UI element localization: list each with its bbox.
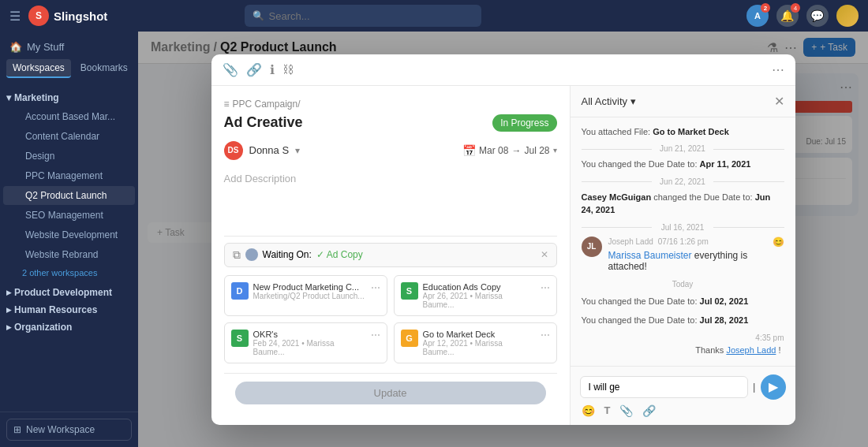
message-input-row: | ▶: [580, 374, 786, 400]
modal-footer: Update: [224, 373, 557, 412]
sidebar-item-ppc-management[interactable]: PPC Management: [3, 166, 135, 185]
search-input[interactable]: [269, 10, 473, 22]
search-bar[interactable]: 🔍: [245, 5, 481, 27]
activity-header: All Activity ▾ ✕: [571, 86, 795, 117]
comment-text-0: Marissa Baumeister everything is attache…: [608, 250, 784, 272]
send-button[interactable]: ▶: [761, 374, 786, 400]
more-icon[interactable]: ⋯: [772, 62, 784, 77]
file-item-0[interactable]: D New Product Marketing C... Marketing/Q…: [224, 275, 387, 316]
assignee-row: DS Donna S ▾ 📅 Mar 08 → Jul 28 ▾: [224, 141, 557, 160]
waiting-on-row: ⧉ Waiting On: ✓ Ad Copy ✕: [224, 243, 557, 267]
modal-overlay[interactable]: 📎 🔗 ℹ ⛓ ⋯ ≡ PPC Campaign/ Ad Creati: [138, 32, 868, 447]
sidebar-group-marketing[interactable]: ▾ Marketing: [0, 89, 138, 106]
notification-badge: 2: [761, 3, 770, 13]
sidebar-item-website-rebrand[interactable]: Website Rebrand: [3, 245, 135, 264]
notifications-icon[interactable]: A 2: [746, 5, 769, 27]
sidebar-group-product-development[interactable]: ▸ Product Development: [0, 284, 138, 301]
divider: [224, 236, 557, 237]
chevron-down-icon: ▾: [630, 95, 636, 107]
assignee-dropdown-icon[interactable]: ▾: [295, 145, 300, 156]
modal-right-panel: All Activity ▾ ✕ You attached File: Go t…: [571, 86, 795, 425]
sidebar-group-organization[interactable]: ▸ Organization: [0, 318, 138, 336]
file-more-1[interactable]: ⋯: [541, 282, 550, 293]
activity-item-3: You changed the Due Date to: Jul 02, 202…: [582, 295, 784, 308]
sidebar-my-stuff[interactable]: 🏠 My Stuff: [0, 38, 138, 56]
file-details-1: Education Ads Copy Apr 26, 2021 • Mariss…: [423, 282, 536, 309]
group-product-label: Product Development: [14, 287, 112, 298]
tab-workspaces[interactable]: Workspaces: [6, 59, 71, 78]
activity-filter-dropdown[interactable]: All Activity ▾: [582, 95, 637, 107]
assignee-name[interactable]: Donna S: [249, 144, 290, 156]
file-item-3[interactable]: G Go to Market Deck Apr 12, 2021 • Maris…: [394, 322, 557, 363]
date-arrow: →: [511, 145, 521, 156]
sidebar-tabs: Workspaces Bookmarks: [0, 56, 138, 81]
activity-date-2: Jul 16, 2021: [582, 223, 784, 232]
paperclip-icon[interactable]: 📎: [619, 404, 633, 417]
task-path-text: PPC Campaign/: [233, 99, 301, 110]
sidebar-item-q2-product-launch[interactable]: Q2 Product Launch: [3, 186, 135, 205]
sidebar: 🏠 My Stuff Workspaces Bookmarks ▾ Market…: [0, 32, 138, 447]
sidebar-item-website-development[interactable]: Website Development: [3, 225, 135, 244]
chat-icon[interactable]: 💬: [806, 5, 829, 27]
date-range[interactable]: 📅 Mar 08 → Jul 28 ▾: [462, 144, 556, 157]
file-icon-1: S: [401, 282, 418, 300]
file-more-3[interactable]: ⋯: [541, 330, 550, 341]
message-input-area: | ▶ 😊 T 📎 🔗: [571, 366, 795, 425]
sidebar-item-account-based-mar[interactable]: Account Based Mar...: [3, 107, 135, 126]
task-name: Ad Creative: [224, 114, 303, 131]
file-details-2: OKR's Feb 24, 2021 • Marissa Baume...: [253, 330, 366, 356]
file-name-2: OKR's: [253, 330, 366, 339]
mention-link-0[interactable]: Marissa Baumeister: [608, 250, 692, 261]
chain-icon[interactable]: ⛓: [282, 63, 294, 76]
file-item-2[interactable]: S OKR's Feb 24, 2021 • Marissa Baume... …: [224, 322, 387, 363]
sidebar-item-design[interactable]: Design: [3, 147, 135, 166]
file-item-1[interactable]: S Education Ads Copy Apr 26, 2021 • Mari…: [394, 275, 557, 316]
file-meta-1: Apr 26, 2021 • Marissa Baume...: [423, 292, 536, 309]
update-button[interactable]: Update: [235, 382, 546, 404]
bold-icon[interactable]: T: [604, 404, 611, 416]
nav-icons: A 2 🔔 4 💬: [746, 5, 859, 27]
calendar-icon: 📅: [462, 144, 476, 157]
link-icon[interactable]: 🔗: [246, 62, 262, 77]
info-icon[interactable]: ℹ: [270, 62, 275, 77]
bell-icon[interactable]: 🔔 4: [776, 5, 799, 27]
cursor-icon: |: [753, 381, 755, 393]
file-more-0[interactable]: ⋯: [371, 282, 380, 293]
group-org-label: Organization: [14, 322, 72, 333]
sidebar-other-workspaces[interactable]: 2 other workspaces: [0, 265, 138, 281]
waiting-on-label: Waiting On:: [263, 249, 312, 260]
user-avatar[interactable]: [836, 5, 859, 27]
file-more-2[interactable]: ⋯: [371, 330, 380, 341]
sidebar-item-seo-management[interactable]: SEO Management: [3, 206, 135, 225]
activity-date-0: Jun 21, 2021: [582, 144, 784, 153]
bubble-mention-link[interactable]: Joseph Ladd: [726, 345, 776, 355]
message-input[interactable]: [580, 376, 749, 398]
activity-feed: You attached File: Go to Market Deck Jun…: [571, 117, 795, 366]
comment-reaction-icon[interactable]: 😊: [773, 237, 784, 248]
status-badge[interactable]: In Progress: [492, 114, 556, 132]
file-meta-2: Feb 24, 2021 • Marissa Baume...: [253, 339, 366, 356]
group-hr-label: Human Resources: [14, 304, 97, 315]
task-path: ≡ PPC Campaign/: [224, 99, 557, 110]
sidebar-group-human-resources[interactable]: ▸ Human Resources: [0, 301, 138, 318]
modal-toolbar: 📎 🔗 ℹ ⛓ ⋯: [211, 54, 795, 86]
new-workspace-button[interactable]: ⊞ New Workspace: [6, 419, 132, 441]
input-tools: 😊 T 📎 🔗: [580, 404, 786, 417]
comment-avatar-0: JL: [582, 237, 602, 257]
file-details-3: Go to Market Deck Apr 12, 2021 • Marissa…: [423, 330, 536, 356]
chevron-right-icon-2: ▸: [6, 304, 11, 315]
file-name-3: Go to Market Deck: [423, 330, 536, 339]
description-area[interactable]: Add Description: [224, 169, 557, 229]
file-icon-0: D: [231, 282, 249, 300]
date-dropdown-icon[interactable]: ▾: [553, 146, 557, 155]
sidebar-item-content-calendar[interactable]: Content Calendar: [3, 127, 135, 146]
hamburger-icon[interactable]: ☰: [9, 9, 21, 24]
tab-bookmarks[interactable]: Bookmarks: [74, 59, 134, 78]
plus-icon: ⊞: [13, 424, 21, 435]
close-waiting-icon[interactable]: ✕: [541, 249, 548, 260]
emoji-icon[interactable]: 😊: [582, 404, 595, 417]
activity-item-0: You attached File: Go to Market Deck: [582, 125, 784, 139]
hyperlink-icon[interactable]: 🔗: [642, 404, 656, 417]
close-modal-button[interactable]: ✕: [774, 94, 784, 109]
attach-icon[interactable]: 📎: [223, 62, 238, 77]
